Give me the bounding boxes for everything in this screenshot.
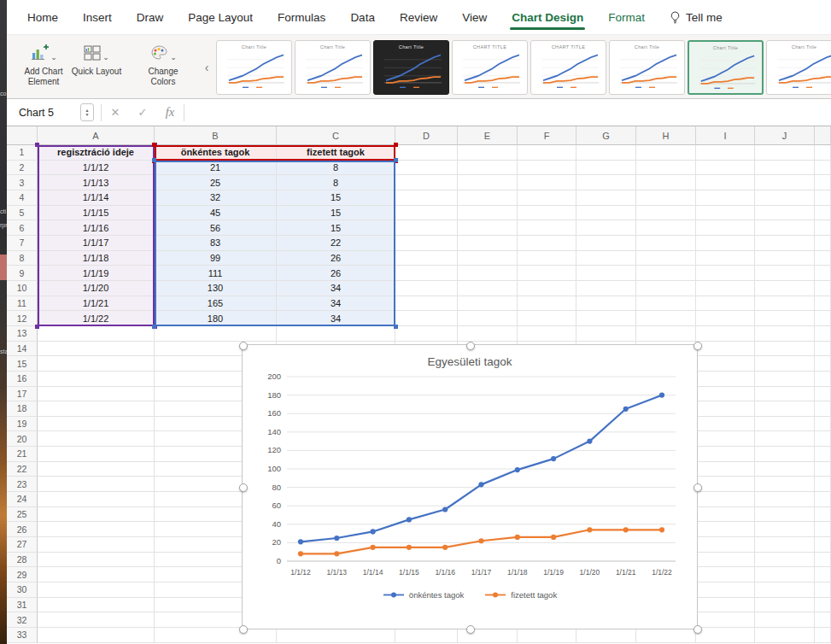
cell[interactable]	[815, 431, 831, 447]
cell-C7[interactable]: 22	[277, 236, 395, 251]
cancel-entry-icon[interactable]: ✕	[102, 106, 129, 119]
name-box-stepper[interactable]: ▲▼	[80, 103, 94, 121]
cell[interactable]	[395, 220, 458, 236]
embedded-chart[interactable]: Egyesületi tagok 02040608010012014016018…	[242, 344, 698, 629]
cell[interactable]	[38, 401, 155, 417]
cell[interactable]	[38, 612, 155, 628]
cell[interactable]	[755, 145, 815, 161]
cell[interactable]	[815, 492, 831, 507]
cell[interactable]	[458, 251, 518, 266]
cell[interactable]	[755, 175, 815, 190]
cell-C5[interactable]: 15	[277, 206, 395, 221]
row-header-20[interactable]: 20	[7, 431, 38, 447]
row-header-17[interactable]: 17	[7, 387, 38, 402]
cell[interactable]	[696, 161, 755, 176]
chart-selection-handle[interactable]	[239, 342, 248, 350]
cell[interactable]	[696, 190, 755, 206]
formula-bar-input[interactable]	[184, 99, 831, 126]
cell[interactable]	[458, 220, 518, 236]
cell[interactable]	[38, 583, 155, 598]
cell[interactable]	[696, 537, 755, 553]
cell[interactable]	[636, 175, 696, 190]
cell[interactable]	[458, 175, 518, 190]
cell-A2[interactable]: 1/1/12	[38, 161, 155, 176]
cell[interactable]	[755, 583, 815, 598]
column-header-partial[interactable]	[815, 126, 831, 145]
cell-A9[interactable]: 1/1/19	[38, 266, 155, 281]
cell-C8[interactable]: 26	[277, 251, 395, 266]
cell-B12[interactable]: 180	[155, 311, 277, 326]
cell[interactable]	[576, 281, 636, 296]
column-header-G[interactable]: G	[576, 126, 636, 145]
cell[interactable]	[38, 537, 155, 553]
cell[interactable]	[815, 281, 831, 296]
cell[interactable]	[576, 206, 636, 221]
column-header-B[interactable]: B	[155, 126, 277, 145]
tab-review[interactable]: Review	[400, 0, 437, 34]
cell[interactable]	[576, 251, 636, 266]
cell[interactable]	[815, 477, 831, 492]
row-header-21[interactable]: 21	[7, 447, 38, 462]
row-header-9[interactable]: 9	[7, 266, 38, 281]
cell[interactable]	[576, 628, 636, 643]
cell[interactable]	[696, 462, 755, 477]
cell[interactable]	[518, 266, 576, 281]
cell[interactable]	[38, 342, 155, 357]
cell[interactable]	[518, 311, 576, 326]
row-header-31[interactable]: 31	[7, 598, 38, 613]
cell[interactable]	[155, 628, 277, 643]
cell-C11[interactable]: 34	[277, 296, 395, 312]
cell[interactable]	[518, 190, 576, 206]
cell[interactable]	[755, 190, 815, 206]
cell[interactable]	[38, 507, 155, 523]
cell[interactable]	[395, 206, 458, 221]
cell[interactable]	[815, 161, 831, 176]
tab-format[interactable]: Format	[608, 0, 645, 34]
cell[interactable]	[518, 236, 576, 251]
cell[interactable]	[815, 175, 831, 190]
name-box[interactable]: Chart 5	[7, 107, 80, 119]
cell[interactable]	[696, 145, 755, 161]
cell[interactable]	[815, 356, 831, 372]
cell[interactable]	[755, 537, 815, 553]
row-header-7[interactable]: 7	[7, 236, 38, 251]
cell[interactable]	[755, 598, 815, 613]
cell[interactable]	[755, 326, 815, 342]
cell[interactable]	[815, 447, 831, 462]
cell[interactable]	[755, 507, 815, 523]
row-header-14[interactable]: 14	[7, 342, 38, 357]
row-header-5[interactable]: 5	[7, 206, 38, 221]
cell[interactable]	[815, 206, 831, 221]
cell[interactable]	[636, 311, 696, 326]
row-header-2[interactable]: 2	[7, 161, 38, 176]
row-header-27[interactable]: 27	[7, 537, 38, 553]
row-header-28[interactable]: 28	[7, 553, 38, 568]
tab-page-layout[interactable]: Page Layout	[188, 0, 253, 34]
cell-B10[interactable]: 130	[155, 281, 277, 296]
cell[interactable]	[755, 417, 815, 432]
column-header-C[interactable]: C	[277, 126, 395, 145]
cell[interactable]	[696, 553, 755, 568]
cell[interactable]	[815, 553, 831, 568]
cell[interactable]	[815, 387, 831, 402]
cell[interactable]	[636, 251, 696, 266]
cell[interactable]	[755, 296, 815, 312]
row-header-6[interactable]: 6	[7, 220, 38, 236]
cell[interactable]	[815, 628, 831, 643]
cell[interactable]	[755, 311, 815, 326]
tab-draw[interactable]: Draw	[137, 0, 164, 34]
cell[interactable]	[815, 537, 831, 553]
cell[interactable]	[755, 462, 815, 477]
cell[interactable]	[576, 190, 636, 206]
row-header-29[interactable]: 29	[7, 567, 38, 583]
cell[interactable]	[277, 326, 395, 342]
cell[interactable]	[38, 462, 155, 477]
cell-A8[interactable]: 1/1/18	[38, 251, 155, 266]
cell-C6[interactable]: 15	[277, 220, 395, 236]
cell[interactable]	[576, 311, 636, 326]
tab-home[interactable]: Home	[27, 0, 58, 34]
chart-style-thumbnail-5[interactable]: CHART TITLE	[530, 40, 606, 95]
cell-C10[interactable]: 34	[277, 281, 395, 296]
chart-selection-handle[interactable]	[693, 483, 702, 492]
row-header-1[interactable]: 1	[7, 145, 38, 161]
